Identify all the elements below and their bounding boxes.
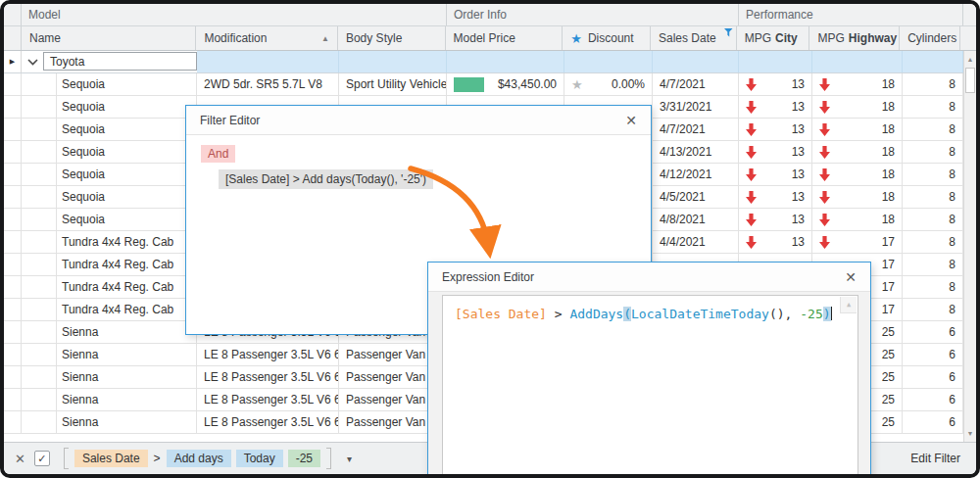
- cell-modification[interactable]: LE 8 Passenger 3.5L V6 6A: [197, 411, 339, 433]
- column-header-name[interactable]: Name: [22, 26, 196, 50]
- cell-mpg-highway[interactable]: 18: [812, 209, 903, 230]
- cell-cylinders[interactable]: 8: [903, 299, 963, 320]
- filter-dropdown-caret-icon[interactable]: ▾: [347, 454, 352, 464]
- cell-mpg-city[interactable]: 13: [739, 164, 812, 185]
- column-header-discount[interactable]: ★ Discount: [563, 26, 651, 50]
- cell-model-price[interactable]: $43,450.00: [447, 73, 564, 95]
- cell-mpg-highway[interactable]: 18: [812, 119, 903, 140]
- filter-token-op[interactable]: >: [153, 450, 162, 467]
- cell-sales-date[interactable]: 4/5/2021: [653, 186, 739, 208]
- editor-scroll-up-button[interactable]: ▲: [840, 297, 857, 313]
- cell-cylinders[interactable]: 8: [903, 96, 963, 118]
- cell-modification[interactable]: LE 8 Passenger 3.5L V6 6A: [197, 366, 339, 388]
- filter-condition-chip[interactable]: [Sales Date] > Add days(Today(), '-25'): [219, 169, 433, 189]
- cell-name[interactable]: Sequoia: [57, 96, 197, 118]
- cell-body-style[interactable]: Sport Utility Vehicle: [339, 73, 447, 95]
- cell-cylinders[interactable]: 6: [903, 389, 963, 410]
- column-header-mpg-highway[interactable]: MPG Highway: [809, 26, 900, 50]
- scroll-up-button[interactable]: ▲: [964, 51, 976, 68]
- cell-cylinders[interactable]: 8: [903, 276, 963, 298]
- cell-discount[interactable]: ★0.00%: [564, 73, 653, 95]
- filter-token-func[interactable]: Add days: [167, 450, 231, 467]
- cell-cylinders[interactable]: 6: [903, 411, 963, 433]
- scrollbar-thumb[interactable]: [965, 68, 975, 93]
- cell-cylinders[interactable]: 6: [903, 344, 963, 365]
- cell-name[interactable]: Tundra 4x4 Reg. Cab: [57, 299, 197, 320]
- cell-sales-date[interactable]: 4/7/2021: [653, 73, 739, 95]
- cell-mpg-highway[interactable]: 18: [812, 73, 903, 95]
- cell-mpg-highway[interactable]: 17: [812, 231, 903, 253]
- cell-mpg-city[interactable]: 13: [739, 119, 812, 140]
- cell-mpg-city[interactable]: 13: [739, 141, 812, 163]
- cell-cylinders[interactable]: 8: [903, 141, 963, 163]
- column-header-modification[interactable]: Modification ▲: [196, 26, 338, 50]
- scroll-down-button[interactable]: ▼: [964, 425, 976, 442]
- cell-modification[interactable]: 2WD 5dr. SR5 5.7L V8: [197, 73, 339, 95]
- close-icon[interactable]: ✕: [625, 113, 637, 128]
- cell-sales-date[interactable]: 4/8/2021: [653, 209, 739, 230]
- cell-mpg-city[interactable]: 13: [739, 186, 812, 208]
- filter-funnel-icon[interactable]: [724, 28, 733, 37]
- cell-mpg-city[interactable]: 13: [739, 209, 812, 230]
- cell-cylinders[interactable]: 8: [903, 119, 963, 140]
- cell-cylinders[interactable]: 6: [903, 366, 963, 388]
- edit-filter-button[interactable]: Edit Filter: [910, 452, 960, 465]
- close-icon[interactable]: ✕: [845, 269, 857, 285]
- cell-mpg-highway[interactable]: 18: [812, 141, 903, 163]
- column-header-model-price[interactable]: Model Price: [446, 26, 564, 50]
- cell-name[interactable]: Sequoia: [57, 141, 197, 163]
- cell-name[interactable]: Sequoia: [57, 209, 197, 230]
- band-order-info[interactable]: Order Info: [447, 4, 739, 25]
- cell-name[interactable]: Sienna: [57, 344, 197, 365]
- group-row[interactable]: ▶Toyota: [4, 51, 976, 73]
- cell-sales-date[interactable]: 4/4/2021: [653, 231, 739, 253]
- cell-name[interactable]: Sequoia: [57, 73, 197, 95]
- cell-cylinders[interactable]: 8: [903, 164, 963, 185]
- cell-cylinders[interactable]: 6: [903, 321, 963, 343]
- vertical-scrollbar[interactable]: ▲ ▼: [963, 51, 976, 442]
- clear-filter-button[interactable]: ✕: [15, 452, 25, 466]
- cell-sales-date[interactable]: 4/12/2021: [653, 164, 739, 185]
- filter-enabled-checkbox[interactable]: ✓: [34, 451, 50, 466]
- cell-name[interactable]: Sienna: [57, 321, 197, 343]
- cell-modification[interactable]: LE 8 Passenger 3.5L V6 6A: [197, 344, 339, 365]
- cell-modification[interactable]: LE 8 Passenger 3.5L V6 6A: [197, 389, 339, 410]
- cell-cylinders[interactable]: 8: [903, 73, 963, 95]
- cell-name[interactable]: Sequoia: [57, 164, 197, 185]
- cell-name[interactable]: Tundra 4x4 Reg. Cab: [57, 276, 197, 298]
- expression-code-editor[interactable]: [Sales Date] > AddDays(LocalDateTimeToda…: [442, 295, 858, 478]
- cell-mpg-highway[interactable]: 18: [812, 186, 903, 208]
- cell-mpg-highway[interactable]: 18: [812, 164, 903, 185]
- cell-name[interactable]: Sienna: [57, 389, 197, 410]
- column-header-body-style[interactable]: Body Style: [338, 26, 446, 50]
- cell-cylinders[interactable]: 8: [903, 231, 963, 253]
- group-collapse-button[interactable]: [22, 51, 43, 72]
- cell-mpg-city[interactable]: 13: [739, 73, 812, 95]
- dialog-titlebar[interactable]: Expression Editor ✕: [428, 263, 870, 292]
- cell-name[interactable]: Sequoia: [57, 119, 197, 140]
- cell-name[interactable]: Sienna: [57, 411, 197, 433]
- scrollbar-track[interactable]: [964, 93, 976, 425]
- cell-cylinders[interactable]: 8: [903, 186, 963, 208]
- cell-cylinders[interactable]: 8: [903, 254, 963, 275]
- group-value-box[interactable]: Toyota: [43, 52, 197, 71]
- cell-sales-date[interactable]: 4/13/2021: [653, 141, 739, 163]
- cell-name[interactable]: Sienna: [57, 366, 197, 388]
- cell-name[interactable]: Tundra 4x4 Reg. Cab: [57, 254, 197, 275]
- dialog-titlebar[interactable]: Filter Editor ✕: [186, 106, 651, 135]
- cell-mpg-city[interactable]: 13: [739, 231, 812, 253]
- filter-token-value[interactable]: -25: [288, 450, 320, 467]
- cell-cylinders[interactable]: 8: [903, 209, 963, 230]
- cell-sales-date[interactable]: 3/31/2021: [653, 96, 739, 118]
- band-model[interactable]: Model: [22, 4, 447, 25]
- filter-token-field[interactable]: Sales Date: [74, 450, 148, 467]
- column-header-mpg-city[interactable]: MPG City: [737, 26, 810, 50]
- cell-mpg-highway[interactable]: 18: [812, 96, 903, 118]
- cell-sales-date[interactable]: 4/7/2021: [653, 119, 739, 140]
- filter-token-func[interactable]: Today: [236, 450, 283, 467]
- cell-mpg-city[interactable]: 13: [739, 96, 812, 118]
- filter-operator-badge[interactable]: And: [201, 145, 235, 163]
- band-performance[interactable]: Performance: [739, 4, 963, 25]
- column-header-sales-date[interactable]: Sales Date: [651, 26, 737, 50]
- cell-name[interactable]: Tundra 4x4 Reg. Cab: [57, 231, 197, 253]
